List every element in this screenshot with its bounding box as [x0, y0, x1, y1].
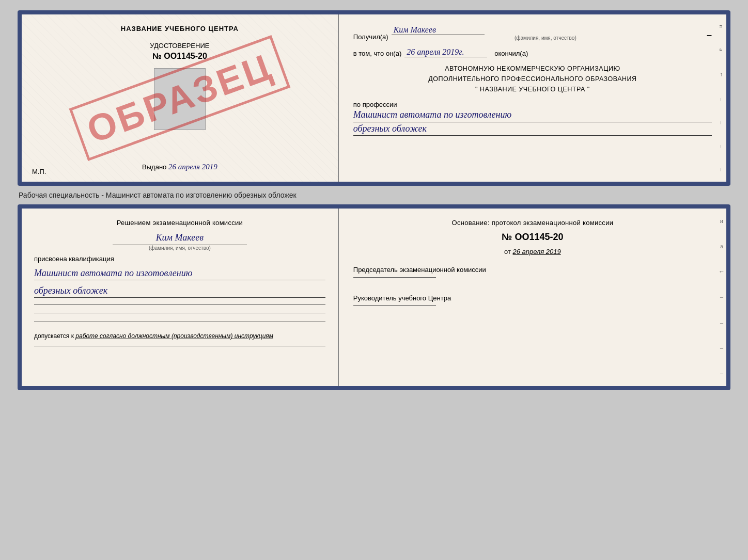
- top-doc-left: НАЗВАНИЕ УЧЕБНОГО ЦЕНТРА ОБРАЗЕЦ УДОСТОВ…: [22, 14, 339, 182]
- side-char-7: –: [719, 168, 725, 171]
- top-document: НАЗВАНИЕ УЧЕБНОГО ЦЕНТРА ОБРАЗЕЦ УДОСТОВ…: [18, 10, 730, 186]
- chairman-sign-line: [353, 277, 436, 278]
- director-label: Руководитель учебного Центра: [353, 293, 712, 303]
- bottom-doc-right: Основание: протокол экзаменационной коми…: [339, 209, 726, 386]
- top-doc-right: Получил(а) Ким Макеев (фамилия, имя, отч…: [339, 14, 726, 182]
- protocol-number: № OO1145-20: [353, 232, 712, 243]
- osnov-text: Основание: протокол экзаменационной коми…: [353, 219, 712, 227]
- completed-label: окончил(а): [494, 50, 528, 57]
- received-name-hint: (фамилия, имя, отчество): [392, 35, 699, 41]
- in-that-label: в том, что он(а): [353, 50, 401, 57]
- completed-row: в том, что он(а) 26 апреля 2019г. окончи…: [353, 47, 712, 57]
- bottom-side-char-5: –: [720, 319, 723, 327]
- top-left-title: НАЗВАНИЕ УЧЕБНОГО ЦЕНТРА: [121, 25, 239, 33]
- caption-text: Рабочая специальность - Машинист автомат…: [18, 189, 298, 201]
- chairman-block: Председатель экзаменационной комиссии: [353, 265, 712, 280]
- bottom-side-char-1: и: [720, 217, 723, 225]
- received-row: Получил(а) Ким Макеев (фамилия, имя, отч…: [353, 25, 712, 41]
- blank-line-bottom: [34, 346, 325, 346]
- profession-value-line1: Машинист автомата по изготовлению: [353, 108, 712, 122]
- person-name: Ким Макеев: [113, 231, 247, 245]
- допускается-row: допускается к работе согласно должностны…: [34, 332, 325, 340]
- blank-line-3: [34, 322, 325, 322]
- completed-date: 26 апреля 2019г.: [404, 47, 487, 57]
- cert-subtitle: УДОСТОВЕРЕНИЕ: [150, 42, 209, 50]
- issued-date: 26 апреля 2019: [168, 163, 217, 171]
- side-decorations: и а ← – – – –: [717, 14, 726, 182]
- bottom-side-char-4: –: [720, 293, 723, 301]
- photo-placeholder: [154, 68, 206, 130]
- mp-label: М.П.: [32, 168, 46, 175]
- received-label: Получил(а): [353, 33, 388, 41]
- bottom-doc-left: Решением экзаменационной комиссии Ким Ма…: [22, 209, 339, 386]
- person-block: Ким Макеев (фамилия, имя, отчество): [34, 231, 325, 251]
- side-char-1: и: [719, 25, 725, 28]
- qual-line2: обрезных обложек: [34, 284, 325, 298]
- director-sign-line: [353, 305, 436, 306]
- profession-value-line2: обрезных обложек: [353, 122, 712, 136]
- person-name-hint: (фамилия, имя, отчество): [113, 245, 247, 251]
- chairman-label: Председатель экзаменационной комиссии: [353, 265, 712, 275]
- bottom-side-char-7: –: [720, 370, 723, 377]
- bottom-side-char-2: а: [720, 243, 723, 250]
- profession-label: по профессии: [353, 101, 712, 108]
- org-block: АВТОНОМНУЮ НЕКОММЕРЧЕСКУЮ ОРГАНИЗАЦИЮ ДО…: [353, 63, 712, 94]
- blank-line-2: [34, 313, 325, 313]
- допускается-label: допускается к: [34, 332, 74, 340]
- side-char-3: ←: [719, 72, 725, 77]
- document-container: НАЗВАНИЕ УЧЕБНОГО ЦЕНТРА ОБРАЗЕЦ УДОСТОВ…: [18, 10, 730, 390]
- допускается-value: работе согласно должностным (производств…: [75, 332, 273, 340]
- side-char-5: –: [719, 121, 725, 124]
- org-line2: ДОПОЛНИТЕЛЬНОГО ПРОФЕССИОНАЛЬНОГО ОБРАЗО…: [353, 74, 712, 84]
- bottom-right-side-chars: и а ← – – – –: [717, 209, 726, 386]
- issued-label: Выдано: [142, 163, 166, 171]
- cert-number: № OO1145-20: [152, 52, 207, 61]
- side-char-4: –: [719, 98, 725, 101]
- protocol-date: 26 апреля 2019: [513, 248, 561, 255]
- bottom-document: Решением экзаменационной комиссии Ким Ма…: [18, 204, 730, 390]
- qual-line1: Машинист автомата по изготовлению: [34, 267, 325, 280]
- side-char-6: –: [719, 145, 725, 148]
- director-block: Руководитель учебного Центра: [353, 293, 712, 308]
- side-char-2: а: [719, 49, 725, 51]
- protocol-date-prefix: от: [504, 248, 511, 255]
- bottom-side-char-3: ←: [719, 268, 725, 276]
- org-line3: " НАЗВАНИЕ УЧЕБНОГО ЦЕНТРА ": [353, 84, 712, 94]
- issued-line: Выдано 26 апреля 2019: [142, 163, 217, 171]
- decision-text: Решением экзаменационной комиссии: [34, 219, 325, 227]
- bottom-side-char-6: –: [720, 344, 723, 352]
- org-line1: АВТОНОМНУЮ НЕКОММЕРЧЕСКУЮ ОРГАНИЗАЦИЮ: [353, 63, 712, 74]
- qualification-label: присвоена квалификация: [34, 255, 325, 263]
- protocol-date-row: от 26 апреля 2019: [353, 248, 712, 255]
- received-name: Ким Макеев: [392, 25, 485, 35]
- blank-line-1: [34, 304, 325, 305]
- profession-section: по профессии Машинист автомата по изгото…: [353, 101, 712, 135]
